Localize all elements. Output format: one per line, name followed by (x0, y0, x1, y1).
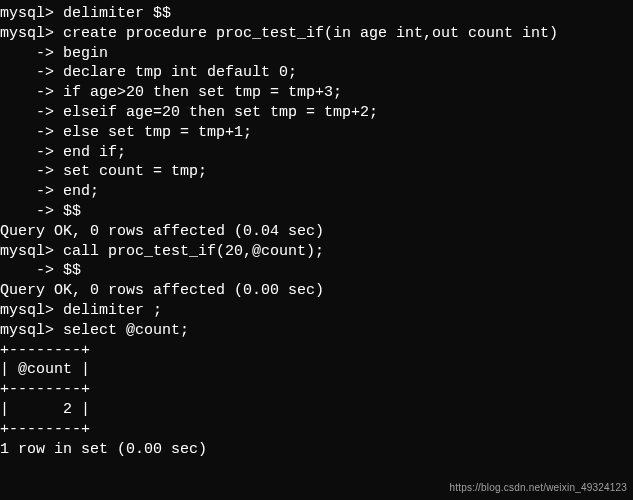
terminal-line: -> $$ (0, 202, 633, 222)
terminal-line: -> $$ (0, 261, 633, 281)
terminal-line: -> elseif age=20 then set tmp = tmp+2; (0, 103, 633, 123)
terminal-line: -> end; (0, 182, 633, 202)
terminal-line: | @count | (0, 360, 633, 380)
terminal-line: 1 row in set (0.00 sec) (0, 440, 633, 460)
terminal-line: mysql> call proc_test_if(20,@count); (0, 242, 633, 262)
terminal-line: -> begin (0, 44, 633, 64)
terminal-line: mysql> create procedure proc_test_if(in … (0, 24, 633, 44)
terminal-line: +--------+ (0, 380, 633, 400)
terminal-line: -> declare tmp int default 0; (0, 63, 633, 83)
mysql-terminal-output: mysql> delimiter $$mysql> create procedu… (0, 0, 633, 459)
terminal-line: +--------+ (0, 341, 633, 361)
terminal-line: -> if age>20 then set tmp = tmp+3; (0, 83, 633, 103)
terminal-line: +--------+ (0, 420, 633, 440)
terminal-line: -> set count = tmp; (0, 162, 633, 182)
source-watermark: https://blog.csdn.net/weixin_49324123 (449, 481, 627, 494)
terminal-line: Query OK, 0 rows affected (0.00 sec) (0, 281, 633, 301)
terminal-line: -> else set tmp = tmp+1; (0, 123, 633, 143)
terminal-line: mysql> select @count; (0, 321, 633, 341)
terminal-line: Query OK, 0 rows affected (0.04 sec) (0, 222, 633, 242)
terminal-line: mysql> delimiter ; (0, 301, 633, 321)
terminal-line: | 2 | (0, 400, 633, 420)
terminal-line: -> end if; (0, 143, 633, 163)
terminal-line: mysql> delimiter $$ (0, 4, 633, 24)
